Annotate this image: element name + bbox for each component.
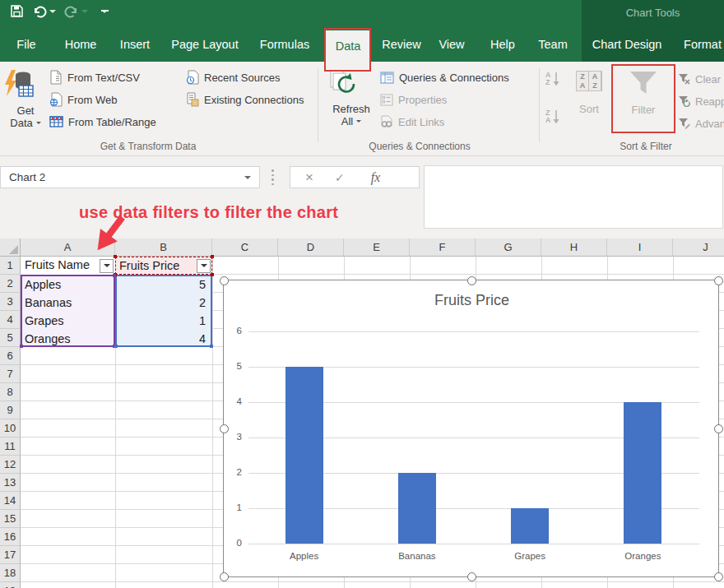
row-header-15[interactable]: 15 — [0, 510, 21, 528]
row-header-4[interactable]: 4 — [0, 311, 21, 329]
cell-b2[interactable]: 5 — [117, 276, 211, 294]
row-header-3[interactable]: 3 — [0, 293, 21, 311]
cell-b1-value: Fruits Price — [119, 259, 179, 272]
cell-b3[interactable]: 2 — [117, 294, 211, 313]
recent-sources-icon — [186, 70, 199, 85]
enter-icon[interactable]: ✓ — [335, 171, 345, 184]
refresh-all-button[interactable]: Refresh All — [327, 68, 375, 127]
column-header-i[interactable]: I — [607, 238, 673, 257]
tab-data[interactable]: Data — [326, 30, 370, 65]
tab-team[interactable]: Team — [530, 27, 576, 62]
insert-function-icon[interactable]: fx — [371, 170, 381, 185]
chart-selection-handle[interactable] — [714, 572, 723, 581]
refresh-all-dropdown-icon — [356, 120, 361, 123]
undo-icon[interactable] — [32, 5, 47, 18]
spreadsheet: ABCDEFGHIJ 12345678910111213141516171819… — [0, 238, 724, 588]
bar-bananas[interactable] — [398, 473, 436, 544]
chart-selection-handle[interactable] — [220, 572, 229, 581]
save-icon[interactable] — [10, 4, 24, 18]
from-text-csv-button[interactable]: From Text/CSV — [49, 68, 140, 86]
tab-format[interactable]: Format — [678, 27, 724, 62]
name-box-dropdown-icon[interactable] — [244, 176, 251, 179]
x-axis-label-bananas: Bananas — [380, 551, 454, 561]
column-header-c[interactable]: C — [212, 238, 278, 257]
row-header-17[interactable]: 17 — [0, 546, 21, 564]
formula-input[interactable] — [424, 165, 723, 229]
tab-review[interactable]: Review — [377, 27, 426, 62]
chart-selection-handle[interactable] — [220, 424, 229, 433]
row-header-11[interactable]: 11 — [0, 438, 21, 456]
tab-help[interactable]: Help — [482, 27, 523, 62]
cancel-icon[interactable]: × — [305, 169, 313, 186]
row-header-14[interactable]: 14 — [0, 492, 21, 510]
filter-dropdown-a[interactable] — [100, 259, 114, 273]
cell-a4[interactable]: Grapes — [22, 313, 114, 331]
row-header-12[interactable]: 12 — [0, 456, 21, 474]
row-header-1[interactable]: 1 — [0, 257, 21, 275]
row-header-6[interactable]: 6 — [0, 347, 21, 365]
column-header-d[interactable]: D — [278, 238, 344, 257]
cell-b4[interactable]: 1 — [117, 313, 211, 331]
fruits-price-chart[interactable]: Fruits Price 0123456ApplesBananasGrapesO… — [223, 280, 719, 577]
tab-view[interactable]: View — [431, 27, 472, 62]
row-header-8[interactable]: 8 — [0, 383, 21, 401]
row-header-2[interactable]: 2 — [0, 275, 21, 293]
customize-toolbar-icon[interactable] — [101, 10, 108, 13]
tab-home[interactable]: Home — [58, 27, 104, 62]
tab-insert[interactable]: Insert — [112, 27, 158, 62]
filter-button: Filter — [614, 71, 673, 116]
advanced-filter-icon — [678, 118, 690, 129]
row-header-16[interactable]: 16 — [0, 528, 21, 546]
row-header-7[interactable]: 7 — [0, 365, 21, 383]
tab-file[interactable]: File — [8, 27, 44, 62]
bar-oranges[interactable] — [624, 402, 661, 544]
undo-dropdown-icon[interactable] — [49, 10, 56, 13]
filter-label: Filter — [614, 104, 673, 116]
sort-descending-icon: ZA — [545, 109, 559, 124]
cell-b5[interactable]: 4 — [117, 331, 211, 349]
column-header-g[interactable]: G — [476, 238, 541, 257]
category-range-a2-a5[interactable]: ApplesBananasGrapesOranges — [21, 275, 115, 347]
formula-bar-drag-handle[interactable] — [272, 169, 274, 185]
value-range-b2-b5[interactable]: 5214 — [115, 275, 212, 347]
existing-connections-icon — [186, 92, 199, 107]
name-box[interactable]: Chart 2 — [0, 166, 260, 188]
chart-selection-handle[interactable] — [714, 276, 723, 285]
row-header-9[interactable]: 9 — [0, 401, 21, 419]
select-all-corner[interactable] — [0, 238, 21, 257]
row-header-19[interactable]: 19 — [0, 582, 21, 588]
column-header-e[interactable]: E — [344, 238, 410, 257]
chart-selection-handle[interactable] — [220, 276, 229, 285]
from-web-button[interactable]: From Web — [49, 90, 117, 109]
row-header-5[interactable]: 5 — [0, 329, 21, 347]
chart-selection-handle[interactable] — [714, 424, 723, 433]
cell-b1[interactable]: Fruits Price — [115, 257, 212, 275]
row-header-10[interactable]: 10 — [0, 419, 21, 438]
bar-grapes[interactable] — [511, 508, 549, 544]
filter-dropdown-b[interactable] — [197, 259, 211, 273]
cell-a5[interactable]: Oranges — [22, 331, 114, 349]
chart-selection-handle[interactable] — [467, 572, 476, 581]
edit-links-label: Edit Links — [398, 116, 444, 128]
chart-selection-handle[interactable] — [467, 276, 476, 285]
cell-a3[interactable]: Bananas — [22, 294, 114, 313]
column-header-h[interactable]: H — [541, 238, 607, 257]
tab-formulas[interactable]: Formulas — [252, 27, 318, 62]
column-header-j[interactable]: J — [673, 238, 724, 257]
row-header-18[interactable]: 18 — [0, 564, 21, 582]
row-header-13[interactable]: 13 — [0, 474, 21, 492]
tab-chart-design[interactable]: Chart Design — [584, 27, 670, 62]
advanced-filter-button: Advanced — [678, 114, 724, 132]
tab-page-layout[interactable]: Page Layout — [165, 27, 245, 62]
recent-sources-button[interactable]: Recent Sources — [186, 68, 281, 86]
y-axis-label-5: 5 — [225, 361, 242, 371]
from-table-range-button[interactable]: From Table/Range — [49, 113, 156, 131]
refresh-all-label-2: All — [341, 115, 353, 127]
column-header-f[interactable]: F — [410, 238, 476, 257]
cell-a2[interactable]: Apples — [22, 276, 114, 294]
cell-a1[interactable]: Fruits Name — [21, 257, 115, 275]
queries-connections-button[interactable]: Queries & Connections — [380, 68, 509, 86]
existing-connections-button[interactable]: Existing Connections — [186, 90, 304, 109]
bar-apples[interactable] — [285, 367, 323, 544]
get-data-button[interactable]: Get Data — [2, 68, 49, 129]
